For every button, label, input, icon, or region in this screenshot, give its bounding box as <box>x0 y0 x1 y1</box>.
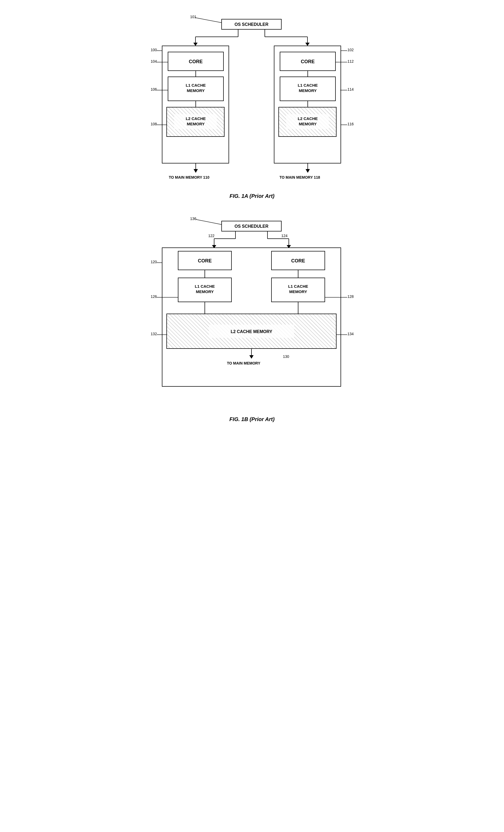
svg-line-0 <box>195 18 221 23</box>
ref-128: 128 <box>347 294 354 299</box>
ref-114: 114 <box>347 87 354 92</box>
ref-120: 120 <box>151 260 157 264</box>
ref-116: 116 <box>347 122 354 126</box>
svg-line-41 <box>196 219 221 225</box>
svg-marker-40 <box>306 169 310 173</box>
svg-text:MEMORY: MEMORY <box>187 88 205 93</box>
ref-101: 101 <box>190 15 196 19</box>
svg-marker-9 <box>305 43 310 46</box>
fig1a-diagram: 101 OS SCHEDULER 100 104 <box>137 8 366 189</box>
ref-106: 106 <box>151 87 157 92</box>
ref-102: 102 <box>347 48 354 52</box>
to-main-memory-1a-right: TO MAIN MEMORY 118 <box>280 175 320 179</box>
core-label-1b-left: CORE <box>197 258 211 263</box>
l1-label-1b-right: L1 CACHE <box>288 284 308 289</box>
ref-124: 124 <box>281 234 288 238</box>
ref-136: 136 <box>190 216 196 221</box>
svg-text:MEMORY: MEMORY <box>299 122 317 126</box>
fig1a-section: 101 OS SCHEDULER 100 104 <box>137 8 368 199</box>
ref-132: 132 <box>151 332 157 336</box>
l1-label-1a-left: L1 CACHE <box>186 83 206 87</box>
os-scheduler-label-1a: OS SCHEDULER <box>234 22 268 27</box>
svg-text:MEMORY: MEMORY <box>289 289 307 294</box>
ref-100: 100 <box>151 48 157 52</box>
fig1b-section: 136 OS SCHEDULER 122 124 120 COR <box>137 210 368 422</box>
svg-marker-25 <box>194 169 198 173</box>
svg-text:MEMORY: MEMORY <box>299 88 317 93</box>
ref-134: 134 <box>347 332 354 336</box>
svg-marker-5 <box>193 43 197 46</box>
l2-label-1a-left: L2 CACHE <box>186 116 206 121</box>
fig1b-diagram: 136 OS SCHEDULER 122 124 120 COR <box>137 210 366 413</box>
ref-122: 122 <box>208 234 215 238</box>
svg-text:MEMORY: MEMORY <box>196 289 214 294</box>
to-main-memory-1b: TO MAIN MEMORY <box>227 361 261 365</box>
l1-label-1b-left: L1 CACHE <box>195 284 215 289</box>
ref-104: 104 <box>151 59 157 63</box>
l2-label-1a-right: L2 CACHE <box>298 116 318 121</box>
ref-112: 112 <box>347 59 354 63</box>
os-scheduler-label-1b: OS SCHEDULER <box>234 224 268 229</box>
core-label-1a-left: CORE <box>188 59 203 64</box>
ref-108: 108 <box>151 122 157 126</box>
fig1b-caption: FIG. 1B (Prior Art) <box>137 416 368 422</box>
page: 101 OS SCHEDULER 100 104 <box>126 0 378 441</box>
core-label-1a-right: CORE <box>300 59 314 64</box>
l2-label-1b: L2 CACHE MEMORY <box>231 329 272 334</box>
fig1a-caption: FIG. 1A (Prior Art) <box>137 193 368 199</box>
ref-126: 126 <box>151 294 157 299</box>
svg-text:MEMORY: MEMORY <box>187 122 205 126</box>
core-label-1b-right: CORE <box>291 258 305 263</box>
to-main-memory-1a-left: TO MAIN MEMORY 110 <box>169 175 209 179</box>
l1-label-1a-right: L1 CACHE <box>298 83 318 87</box>
ref-130: 130 <box>283 355 289 359</box>
